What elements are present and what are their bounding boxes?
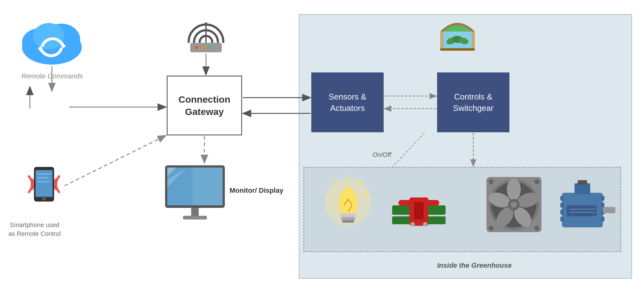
svg-rect-68 xyxy=(560,217,564,221)
svg-rect-70 xyxy=(601,203,604,208)
greenhouse-icon xyxy=(437,17,478,52)
svg-rect-65 xyxy=(560,196,564,201)
svg-point-53 xyxy=(507,179,521,201)
svg-rect-33 xyxy=(341,217,355,220)
router-icon xyxy=(186,15,226,53)
svg-point-15 xyxy=(208,46,211,49)
svg-point-61 xyxy=(534,179,539,184)
connection-gateway-box: Connection Gateway xyxy=(167,76,242,135)
svg-point-63 xyxy=(534,226,539,231)
sensors-label: Sensors & Actuators xyxy=(311,91,384,114)
sensors-box: Sensors & Actuators xyxy=(311,72,384,132)
svg-rect-73 xyxy=(603,207,615,213)
svg-point-62 xyxy=(489,226,494,231)
svg-rect-76 xyxy=(567,205,597,216)
svg-rect-49 xyxy=(414,202,424,220)
monitor-icon xyxy=(164,164,226,227)
diagram: Remote Commands Connection Gateway xyxy=(0,0,644,297)
svg-point-9 xyxy=(33,23,64,49)
svg-rect-66 xyxy=(560,203,564,208)
svg-line-41 xyxy=(335,180,337,183)
onoff-label: On/Off xyxy=(373,151,391,158)
svg-point-47 xyxy=(410,222,415,226)
svg-point-60 xyxy=(489,179,494,184)
svg-point-59 xyxy=(511,202,517,208)
svg-line-39 xyxy=(359,180,362,183)
svg-rect-30 xyxy=(183,216,207,220)
gateway-label: Connection Gateway xyxy=(168,93,241,118)
controls-box: Controls & Switchgear xyxy=(437,72,509,132)
svg-rect-21 xyxy=(37,173,51,175)
svg-rect-22 xyxy=(37,177,48,179)
smartphone-icon xyxy=(25,161,63,217)
svg-point-48 xyxy=(423,222,427,226)
svg-rect-34 xyxy=(342,220,354,223)
remote-commands-label: Remote Commands xyxy=(21,72,83,81)
svg-point-13 xyxy=(195,46,198,49)
cloud-icon xyxy=(17,13,86,66)
svg-point-17 xyxy=(205,22,207,25)
controls-label: Controls & Switchgear xyxy=(437,91,509,114)
svg-rect-72 xyxy=(601,217,604,221)
svg-rect-32 xyxy=(340,213,356,217)
svg-rect-69 xyxy=(601,196,604,201)
smartphone-label: Smartphone used as Remote Control xyxy=(6,220,63,238)
svg-rect-5 xyxy=(440,48,475,51)
svg-rect-74 xyxy=(575,183,590,194)
svg-point-14 xyxy=(201,46,204,49)
svg-line-88 xyxy=(64,135,166,186)
monitor-label: Monitor/ Display xyxy=(230,186,283,196)
svg-rect-67 xyxy=(560,210,564,214)
svg-rect-29 xyxy=(191,208,199,217)
svg-rect-75 xyxy=(578,180,587,185)
svg-point-20 xyxy=(42,196,46,201)
inside-greenhouse-label: Inside the Greenhouse xyxy=(437,261,512,270)
equipment-box xyxy=(303,167,621,252)
svg-rect-23 xyxy=(37,181,50,182)
